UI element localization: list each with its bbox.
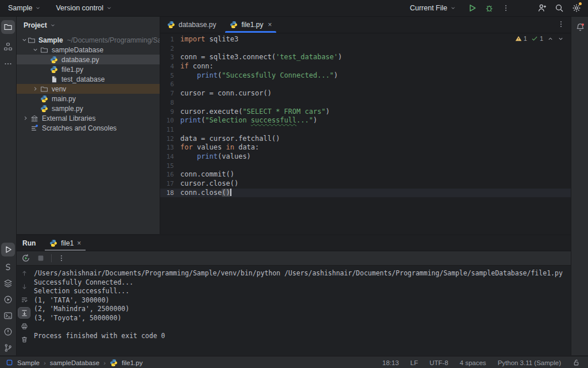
tab-database-py[interactable]: database.py [160, 17, 223, 33]
chevron-down-icon [450, 5, 456, 11]
scroll-up-icon[interactable] [18, 268, 30, 278]
tree-item-main-py[interactable]: main.py [17, 94, 160, 103]
tree-item-test-database[interactable]: test_database [17, 74, 160, 84]
tree-item-sample-py[interactable]: sample.py [17, 103, 160, 113]
line-number[interactable]: 1 [160, 35, 174, 44]
line-number[interactable]: 5 [160, 71, 174, 80]
window-icon[interactable] [6, 359, 13, 366]
rerun-icon[interactable] [21, 254, 30, 263]
code-line-6: 6 [160, 80, 571, 89]
line-number[interactable]: 2 [160, 44, 174, 53]
git-icon[interactable] [1, 341, 15, 355]
line-number[interactable]: 4 [160, 62, 174, 71]
settings-gear-icon[interactable] [572, 3, 581, 13]
python-interpreter[interactable]: Python 3.11 (Sample) [498, 359, 561, 366]
scroll-down-icon[interactable] [18, 281, 30, 292]
close-icon[interactable]: × [268, 21, 272, 29]
terminal-icon[interactable] [1, 309, 15, 323]
prev-problem-icon[interactable] [547, 36, 554, 42]
unlock-icon[interactable] [572, 359, 580, 366]
stop-icon[interactable] [36, 254, 45, 263]
services-icon[interactable] [1, 293, 15, 306]
line-number[interactable]: 12 [160, 135, 174, 144]
file-icon [49, 75, 59, 83]
breadcrumb-file[interactable]: file1.py [122, 359, 142, 366]
run-configuration-selector[interactable]: Current File [410, 4, 456, 12]
chevron-right-icon[interactable] [21, 114, 30, 122]
more-icon[interactable] [502, 4, 510, 12]
close-icon[interactable]: × [77, 239, 81, 247]
chevron-down-icon [50, 22, 56, 28]
tree-item-external-libraries[interactable]: External Libraries [17, 113, 160, 123]
tree-item-path: ~/Documents/Programming/Sample [67, 36, 160, 44]
line-number[interactable]: 7 [160, 89, 174, 98]
line-number[interactable]: 13 [160, 143, 174, 152]
python-console-icon[interactable] [1, 260, 15, 274]
clear-all-icon[interactable] [18, 334, 30, 344]
typos-indicator[interactable]: 1 [531, 35, 543, 42]
line-number[interactable]: 10 [160, 116, 174, 125]
breadcrumb-project[interactable]: Sample [17, 359, 40, 366]
soft-wrap-icon[interactable] [18, 294, 30, 305]
tree-item-file1-py[interactable]: file1.py [17, 64, 160, 74]
run-play-icon[interactable] [467, 3, 477, 13]
line-number[interactable]: 8 [160, 98, 174, 108]
line-number[interactable]: 16 [160, 170, 174, 179]
python-file-icon [230, 21, 238, 29]
line-number[interactable]: 9 [160, 108, 174, 117]
chevron-placeholder [31, 95, 40, 103]
tree-item-sample[interactable]: Sample~/Documents/Programming/Sample [17, 35, 160, 45]
next-problem-icon[interactable] [558, 36, 564, 42]
tree-item-database-py[interactable]: database.py [17, 55, 160, 64]
text-caret [230, 189, 231, 196]
project-folder-icon[interactable] [1, 20, 15, 34]
folder-icon [40, 85, 49, 93]
code-text: if conn: [174, 62, 214, 71]
problems-icon[interactable] [1, 325, 15, 339]
code-editor[interactable]: 1 1 1import sqlite323conn = sqlite3.conn… [160, 33, 571, 234]
chevron-down-icon[interactable] [31, 46, 40, 54]
run-icon[interactable] [1, 243, 15, 256]
inspections-widget[interactable]: 1 1 [515, 35, 564, 42]
indent-style[interactable]: 4 spaces [460, 359, 486, 366]
debug-bug-icon[interactable] [485, 3, 494, 13]
chevron-right-icon[interactable] [31, 85, 40, 93]
project-tree: Sample~/Documents/Programming/Samplesamp… [17, 35, 160, 133]
tree-item-sampledatabase[interactable]: sampleDatabase [17, 45, 160, 55]
console-line [34, 323, 567, 332]
code-line-14: 14 print(values) [160, 152, 571, 162]
tab-file1-py[interactable]: file1.py × [223, 17, 278, 33]
warnings-indicator[interactable]: 1 [515, 35, 527, 42]
breadcrumb-folder[interactable]: sampleDatabase [50, 359, 99, 366]
python-icon [40, 95, 49, 103]
line-number[interactable]: 6 [160, 80, 174, 89]
line-number[interactable]: 17 [160, 179, 174, 189]
python-packages-icon[interactable] [1, 277, 15, 290]
line-number[interactable]: 15 [160, 162, 174, 171]
chevron-down-icon[interactable] [21, 36, 28, 44]
line-number[interactable]: 3 [160, 53, 174, 62]
cursor-position[interactable]: 18:13 [382, 359, 399, 366]
run-tab-file1[interactable]: file1 × [44, 235, 87, 251]
project-menu[interactable]: Sample [8, 4, 41, 12]
structure-icon[interactable] [1, 40, 15, 53]
line-number[interactable]: 18 [160, 189, 174, 198]
run-console[interactable]: /Users/ashishnair/Documents/Programming/… [17, 266, 571, 356]
line-number[interactable]: 11 [160, 125, 174, 135]
add-user-icon[interactable] [537, 3, 547, 13]
scroll-to-end-icon[interactable] [18, 308, 30, 318]
tree-item-scratches-and-consoles[interactable]: Scratches and Consoles [17, 123, 160, 133]
line-number[interactable]: 14 [160, 152, 174, 162]
project-menu-label: Sample [8, 4, 32, 12]
version-control-menu[interactable]: Version control [56, 4, 112, 12]
project-panel-header[interactable]: Project [17, 17, 160, 34]
notifications-bell-icon[interactable] [573, 20, 587, 34]
run-options-icon[interactable] [57, 254, 65, 262]
file-encoding[interactable]: UTF-8 [430, 359, 448, 366]
more-tool-windows-icon[interactable] [1, 57, 15, 71]
tree-item-venv[interactable]: venv [17, 84, 160, 94]
line-separator[interactable]: LF [411, 359, 418, 366]
search-icon[interactable] [555, 3, 564, 13]
print-icon[interactable] [18, 321, 30, 331]
tab-options-icon[interactable] [557, 20, 565, 28]
